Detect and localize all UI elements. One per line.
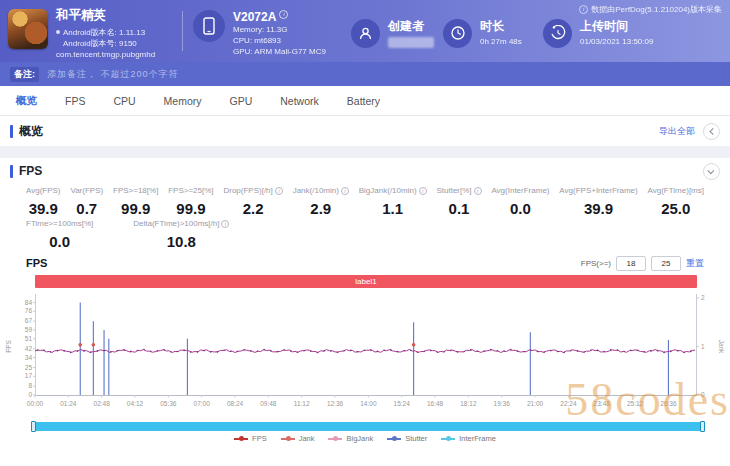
zoom-handle-right[interactable] xyxy=(700,421,705,432)
legend-marker-icon xyxy=(234,438,248,440)
svg-text:25: 25 xyxy=(25,364,33,371)
metric-label: Avg(InterFrame) xyxy=(491,186,549,195)
metric-label: Avg(FTime)[ms] xyxy=(648,186,704,195)
svg-text:51: 51 xyxy=(25,335,33,342)
svg-text:FPS: FPS xyxy=(5,340,12,353)
svg-text:16:48: 16:48 xyxy=(427,400,444,407)
svg-text:34: 34 xyxy=(25,354,33,361)
svg-text:2: 2 xyxy=(701,294,705,301)
chart-label1-banner: label1 xyxy=(35,275,697,288)
legend-item-fps[interactable]: FPS xyxy=(234,434,267,443)
metric-value: 0.1 xyxy=(436,200,481,217)
metric-delta-ftime-100ms-h-: Delta(FTime)>100ms[/h]i10.8 xyxy=(133,219,229,250)
header: 和平精英 Android版本名: 1.11.13 Android版本号: 915… xyxy=(0,0,730,62)
note-bar[interactable]: 备注: 添加备注， 不超过200个字符 xyxy=(0,62,730,86)
metric-label: Avg(FPS) xyxy=(26,186,61,195)
version-info-icon: i xyxy=(579,5,588,14)
legend-item-bigjank[interactable]: BigJank xyxy=(328,434,373,443)
svg-text:05:36: 05:36 xyxy=(160,400,177,407)
fps-threshold-input-2[interactable] xyxy=(651,256,681,271)
svg-text:08:24: 08:24 xyxy=(227,400,244,407)
legend-marker-icon xyxy=(387,438,401,440)
info-icon[interactable]: i xyxy=(221,220,229,228)
device-info-icon[interactable]: i xyxy=(279,10,288,19)
chart-zoom-scrollbar[interactable] xyxy=(33,422,703,431)
reset-button[interactable]: 重置 xyxy=(686,257,704,270)
svg-text:67: 67 xyxy=(25,317,33,324)
metric-avg-fps-: Avg(FPS)39.9 xyxy=(26,186,61,217)
device-memory: Memory: 11.3G xyxy=(233,24,326,35)
metric-value: 39.9 xyxy=(559,200,637,217)
device-gpu: GPU: ARM Mali-G77 MC9 xyxy=(233,46,326,57)
legend-label: Stutter xyxy=(405,434,427,443)
tab-fps[interactable]: FPS xyxy=(51,86,99,115)
metric-bigjank-10min-: BigJank(/10min)i1.1 xyxy=(359,186,427,217)
legend-item-stutter[interactable]: Stutter xyxy=(387,434,427,443)
info-icon[interactable]: i xyxy=(419,187,427,195)
svg-text:11:12: 11:12 xyxy=(294,400,310,407)
person-icon xyxy=(351,19,380,48)
collapse-fps-button[interactable] xyxy=(703,163,720,180)
metric-fps-18-: FPS>=18[%]99.9 xyxy=(113,186,158,217)
svg-text:19:36: 19:36 xyxy=(494,400,511,407)
chevron-left-icon xyxy=(709,127,716,134)
perfdog-report-page: 和平精英 Android版本名: 1.11.13 Android版本号: 915… xyxy=(0,0,730,466)
tab-概览[interactable]: 概览 xyxy=(2,86,51,115)
creator-label: 创建者 xyxy=(388,19,434,33)
legend-item-interframe[interactable]: InterFrame xyxy=(441,434,496,443)
legend-label: InterFrame xyxy=(459,434,496,443)
svg-text:59: 59 xyxy=(25,326,33,333)
svg-text:18:12: 18:12 xyxy=(460,400,477,407)
collapse-left-button[interactable] xyxy=(703,123,720,140)
svg-text:02:48: 02:48 xyxy=(94,400,111,407)
info-icon[interactable]: i xyxy=(341,187,349,195)
tab-cpu[interactable]: CPU xyxy=(99,86,149,115)
svg-text:0: 0 xyxy=(701,391,705,398)
metric-avg-fps-interframe-: Avg(FPS+InterFrame)39.9 xyxy=(559,186,637,217)
metric-value: 1.1 xyxy=(359,200,427,217)
legend-label: FPS xyxy=(252,434,267,443)
metric-value: 99.9 xyxy=(168,200,213,217)
metric-jank-10min-: Jank(/10min)i2.9 xyxy=(293,186,349,217)
metric-label: Jank(/10min) xyxy=(293,186,339,195)
svg-text:04:12: 04:12 xyxy=(127,400,144,407)
note-placeholder[interactable]: 添加备注， 不超过200个字符 xyxy=(47,68,179,81)
creator-info: 创建者 xyxy=(351,15,443,48)
tab-network[interactable]: Network xyxy=(266,86,333,115)
game-app-icon xyxy=(8,9,48,49)
fps-line-chart[interactable]: 0817253442515967768401200:0001:2402:4804… xyxy=(0,290,730,420)
fps-threshold-input-1[interactable] xyxy=(616,256,646,271)
zoom-handle-left[interactable] xyxy=(31,421,36,432)
metric-label: FTime>=100ms[%] xyxy=(26,219,93,228)
info-icon[interactable]: i xyxy=(474,187,482,195)
metric-label: Stutter[%] xyxy=(436,186,471,195)
fps-chart-area: label1 0817253442515967768401200:0001:24… xyxy=(0,275,730,447)
device-model: V2072A xyxy=(233,10,276,24)
svg-text:1: 1 xyxy=(701,343,705,350)
section-accent-bar xyxy=(10,125,13,138)
fps-chart-header: FPS FPS(>=) 重置 xyxy=(0,250,730,272)
chevron-down-icon xyxy=(707,167,714,174)
tab-battery[interactable]: Battery xyxy=(333,86,394,115)
metric-var-fps-: Var(FPS)0.7 xyxy=(70,186,103,217)
device-cpu: CPU: mt6893 xyxy=(233,35,326,46)
info-icon[interactable]: i xyxy=(275,187,283,195)
legend-item-jank[interactable]: Jank xyxy=(281,434,315,443)
metric-ftime-100ms-: FTime>=100ms[%]0.0 xyxy=(26,219,93,250)
export-all-link[interactable]: 导出全部 xyxy=(659,125,695,138)
metric-label: Avg(FPS+InterFrame) xyxy=(559,186,637,195)
metric-label: Var(FPS) xyxy=(70,186,103,195)
fps-metrics-row-2: FTime>=100ms[%]0.0Delta(FTime)>100ms[/h]… xyxy=(0,217,730,250)
app-version-name: Android版本名: 1.11.13 xyxy=(56,27,155,38)
svg-text:15:24: 15:24 xyxy=(394,400,411,407)
svg-text:07:00: 07:00 xyxy=(194,400,211,407)
fps-section-title: FPS xyxy=(10,164,42,178)
chart-title: FPS xyxy=(26,257,47,269)
svg-text:25:12: 25:12 xyxy=(627,400,644,407)
tab-gpu[interactable]: GPU xyxy=(216,86,267,115)
svg-text:26:36: 26:36 xyxy=(660,400,677,407)
metric-value: 0.0 xyxy=(26,233,93,250)
clock-icon xyxy=(443,19,472,48)
svg-text:84: 84 xyxy=(25,299,33,306)
tab-memory[interactable]: Memory xyxy=(150,86,216,115)
